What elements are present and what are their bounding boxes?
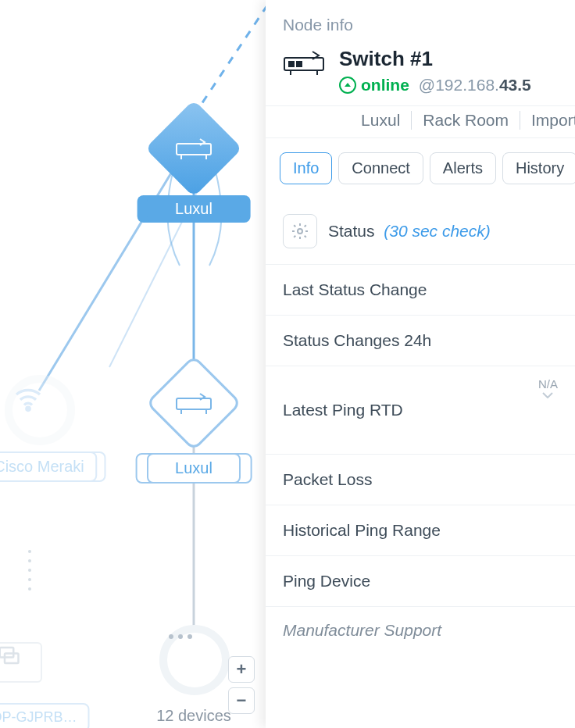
svg-rect-17 bbox=[289, 62, 294, 66]
breadcrumb: Luxul Rack Room Important bbox=[266, 105, 575, 138]
node-client-name: DP-GJPRB… bbox=[0, 703, 90, 728]
row-status[interactable]: Status (30 sec check) bbox=[266, 198, 575, 265]
node-info-panel: Node info Switch #1 online @192.168.43.5 bbox=[266, 0, 575, 728]
row-ping-device-label: Ping Device bbox=[283, 572, 370, 591]
row-changes-24h[interactable]: Status Changes 24h bbox=[266, 316, 575, 366]
row-status-hint: (30 sec check) bbox=[384, 222, 491, 240]
crumb-tag[interactable]: Important bbox=[520, 111, 575, 130]
tab-info[interactable]: Info bbox=[280, 152, 332, 184]
node-switch2-brand: Luxul bbox=[147, 453, 241, 484]
svg-rect-0 bbox=[145, 100, 242, 197]
crumb-brand[interactable]: Luxul bbox=[350, 111, 412, 130]
row-changes-24h-label: Status Changes 24h bbox=[283, 331, 431, 350]
row-hist-range-label: Historical Ping Range bbox=[283, 521, 441, 540]
svg-point-13 bbox=[188, 634, 192, 639]
rtd-na: N/A bbox=[538, 377, 558, 398]
device-title: Switch #1 bbox=[339, 47, 531, 71]
svg-point-12 bbox=[178, 634, 183, 639]
row-ping-device[interactable]: Ping Device bbox=[266, 556, 575, 607]
node-ap-children-hint bbox=[28, 550, 31, 591]
manufacturer-support: Manufacturer Support bbox=[266, 607, 575, 654]
row-last-change-label: Last Status Change bbox=[283, 280, 427, 299]
svg-point-19 bbox=[298, 229, 302, 234]
panel-section-title: Node info bbox=[266, 0, 575, 44]
svg-rect-1 bbox=[177, 144, 211, 155]
node-more-devices[interactable] bbox=[159, 625, 230, 695]
more-devices-count: 12 devices bbox=[156, 707, 231, 725]
gear-icon[interactable] bbox=[283, 214, 317, 248]
status-up-icon bbox=[339, 77, 356, 94]
node-ap-circle[interactable] bbox=[5, 375, 75, 445]
status-badge: online bbox=[339, 76, 409, 95]
tab-alerts[interactable]: Alerts bbox=[430, 152, 496, 184]
zoom-out-button[interactable]: − bbox=[228, 687, 255, 714]
svg-rect-18 bbox=[297, 62, 302, 66]
tab-connect[interactable]: Connect bbox=[338, 152, 423, 184]
tab-history[interactable]: History bbox=[502, 152, 575, 184]
svg-rect-4 bbox=[148, 357, 241, 450]
chevron-down-icon bbox=[542, 392, 553, 398]
row-latest-rtd[interactable]: Latest Ping RTD N/A bbox=[266, 366, 575, 455]
svg-point-11 bbox=[169, 634, 173, 639]
row-packet-loss-label: Packet Loss bbox=[283, 470, 372, 489]
row-hist-range[interactable]: Historical Ping Range bbox=[266, 505, 575, 556]
row-last-change[interactable]: Last Status Change bbox=[266, 265, 575, 316]
status-text: online bbox=[361, 76, 409, 95]
svg-rect-9 bbox=[0, 648, 13, 658]
svg-rect-5 bbox=[177, 398, 211, 409]
svg-rect-10 bbox=[5, 654, 19, 664]
switch-icon bbox=[283, 47, 325, 80]
device-ip: @192.168.43.5 bbox=[419, 76, 531, 95]
node-client-icon[interactable] bbox=[0, 642, 42, 683]
crumb-location[interactable]: Rack Room bbox=[412, 111, 520, 130]
tabs: Info Connect Alerts History Events bbox=[266, 138, 575, 198]
row-latest-rtd-label: Latest Ping RTD bbox=[283, 401, 403, 419]
zoom-in-button[interactable]: + bbox=[228, 656, 255, 683]
row-packet-loss[interactable]: Packet Loss bbox=[266, 455, 575, 505]
row-status-label: Status bbox=[328, 222, 375, 240]
node-ap-brand: Cisco Meraki bbox=[0, 451, 97, 482]
svg-point-8 bbox=[27, 407, 30, 410]
node-switch1-brand: Luxul bbox=[147, 195, 241, 223]
